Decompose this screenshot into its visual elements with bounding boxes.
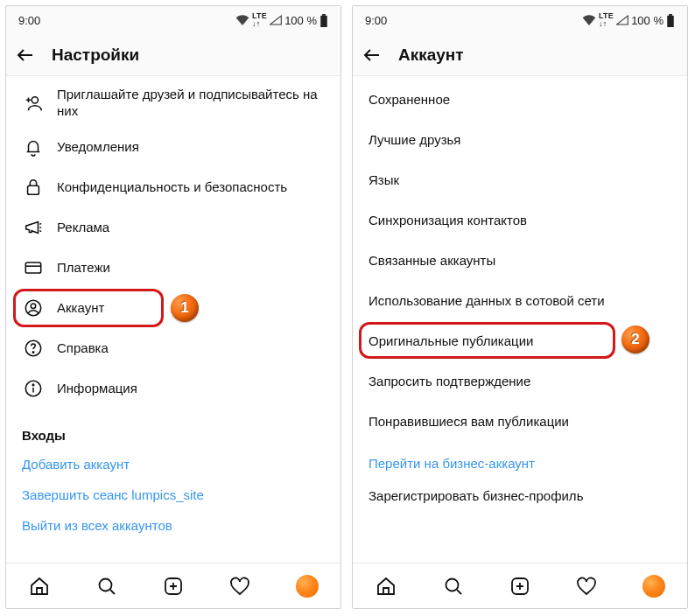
row-privacy[interactable]: Конфиденциальность и безопасность xyxy=(6,167,340,207)
bottom-nav xyxy=(353,563,687,608)
nav-home[interactable] xyxy=(27,574,52,598)
row-notifications[interactable]: Уведомления xyxy=(6,127,340,167)
nav-profile[interactable] xyxy=(642,574,666,598)
row-contacts-sync[interactable]: Синхронизация контактов xyxy=(353,200,687,241)
row-language[interactable]: Язык xyxy=(353,160,687,200)
wifi-icon xyxy=(582,15,596,25)
row-label: Аккаунт xyxy=(57,300,325,317)
svg-rect-3 xyxy=(28,186,39,194)
nav-activity[interactable] xyxy=(574,574,599,598)
page-title: Настройки xyxy=(52,46,139,65)
battery-icon xyxy=(666,14,675,27)
row-request-verification[interactable]: Запросить подтверждение xyxy=(353,361,687,402)
lock-icon xyxy=(22,178,45,197)
svg-point-11 xyxy=(99,578,111,591)
network-label: LTE↓↑ xyxy=(252,12,267,28)
status-icons: LTE↓↑ 100 % xyxy=(582,12,675,28)
back-icon[interactable] xyxy=(362,45,383,66)
row-label: Приглашайте друзей и подписывайтесь на н… xyxy=(57,87,325,120)
row-label: Информация xyxy=(57,381,325,397)
settings-list: Приглашайте друзей и подписывайтесь на н… xyxy=(6,76,340,563)
svg-rect-4 xyxy=(25,262,40,273)
header: Аккаунт xyxy=(353,34,687,76)
section-logins: Входы xyxy=(6,409,340,446)
person-icon xyxy=(22,298,45,318)
card-icon xyxy=(22,258,45,277)
row-saved[interactable]: Сохраненное xyxy=(353,80,687,120)
info-icon xyxy=(22,379,45,398)
account-list: Сохраненное Лучшие друзья Язык Синхрониз… xyxy=(353,76,687,563)
row-linked-accounts[interactable]: Связанные аккаунты xyxy=(353,241,687,281)
row-register-business[interactable]: Зарегистрировать бизнес-профиль xyxy=(353,476,687,516)
signal-icon xyxy=(270,15,282,25)
svg-point-2 xyxy=(32,97,38,103)
row-data-usage[interactable]: Использование данных в сотовой сети xyxy=(353,281,687,321)
user-plus-icon xyxy=(22,94,45,113)
link-logout-all[interactable]: Выйти из всех аккаунтов xyxy=(6,508,340,538)
svg-point-6 xyxy=(31,304,36,309)
status-icons: LTE↓↑ 100 % xyxy=(235,12,328,28)
row-label: Реклама xyxy=(57,220,325,236)
row-close-friends[interactable]: Лучшие друзья xyxy=(353,120,687,160)
row-invite[interactable]: Приглашайте друзей и подписывайтесь на н… xyxy=(6,80,340,127)
row-label: Платежи xyxy=(57,260,325,276)
nav-add[interactable] xyxy=(161,574,186,598)
link-business[interactable]: Перейти на бизнес-аккаунт xyxy=(353,442,687,476)
nav-activity[interactable] xyxy=(228,574,252,598)
signal-icon xyxy=(616,15,628,25)
avatar xyxy=(642,575,665,598)
bell-icon xyxy=(22,137,45,157)
row-help[interactable]: Справка xyxy=(6,328,340,368)
phone-settings: 9:00 LTE↓↑ 100 % Настройки Приглашайте д… xyxy=(5,5,341,609)
row-liked-posts[interactable]: Понравившиеся вам публикации xyxy=(353,402,687,442)
battery-icon xyxy=(319,14,328,27)
battery-label: 100 % xyxy=(284,14,317,27)
back-icon[interactable] xyxy=(15,45,36,66)
row-ads[interactable]: Реклама xyxy=(6,207,340,248)
status-bar: 9:00 LTE↓↑ 100 % xyxy=(353,6,687,34)
row-label: Конфиденциальность и безопасность xyxy=(57,179,325,196)
bottom-nav xyxy=(6,563,340,608)
battery-label: 100 % xyxy=(631,14,663,27)
megaphone-icon xyxy=(22,218,45,237)
phone-account: 9:00 LTE↓↑ 100 % Аккаунт Сохраненное Луч… xyxy=(352,5,688,609)
page-title: Аккаунт xyxy=(398,46,464,65)
help-icon xyxy=(22,339,45,358)
row-original-posts[interactable]: Оригинальные публикации xyxy=(353,321,687,361)
row-payments[interactable]: Платежи xyxy=(6,248,340,288)
row-info[interactable]: Информация xyxy=(6,368,340,409)
row-label: Уведомления xyxy=(57,139,325,156)
link-logout-user[interactable]: Завершить сеанс lumpics_site xyxy=(6,477,340,508)
clock: 9:00 xyxy=(365,14,387,27)
svg-rect-14 xyxy=(667,15,674,26)
svg-point-8 xyxy=(32,352,33,353)
nav-search[interactable] xyxy=(441,574,466,598)
wifi-icon xyxy=(235,15,249,25)
row-label: Справка xyxy=(57,340,325,357)
link-add-account[interactable]: Добавить аккаунт xyxy=(6,446,340,477)
header: Настройки xyxy=(6,34,340,76)
row-account[interactable]: Аккаунт xyxy=(6,288,340,328)
nav-profile[interactable] xyxy=(295,574,319,598)
nav-search[interactable] xyxy=(95,574,119,598)
nav-home[interactable] xyxy=(374,574,398,598)
clock: 9:00 xyxy=(18,14,40,27)
avatar xyxy=(296,575,319,598)
svg-rect-1 xyxy=(320,15,327,26)
svg-point-10 xyxy=(32,384,33,385)
network-label: LTE↓↑ xyxy=(599,12,614,28)
svg-rect-13 xyxy=(669,14,672,16)
status-bar: 9:00 LTE↓↑ 100 % xyxy=(6,6,340,34)
svg-point-15 xyxy=(446,578,458,591)
svg-rect-0 xyxy=(322,14,326,16)
nav-add[interactable] xyxy=(508,574,532,598)
